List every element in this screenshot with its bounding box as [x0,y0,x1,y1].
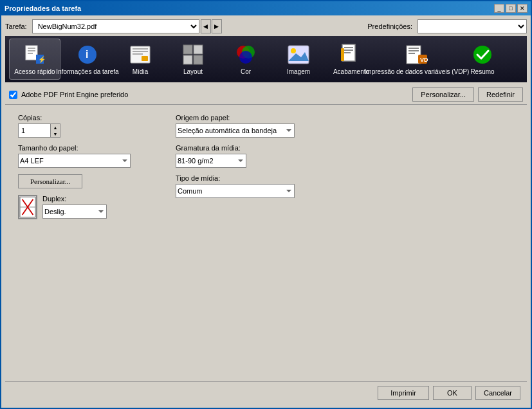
svg-rect-31 [408,53,415,54]
personalizar-papel-button[interactable]: Personalizar... [18,174,82,188]
origem-label: Origem do papel: [176,114,295,122]
bottom-bar: Imprimir OK Cancelar [5,381,527,404]
toolbar-item-resumo[interactable]: Resumo [457,39,508,80]
imagem-icon [287,43,310,66]
toolbar-item-imagem[interactable]: Imagem [273,39,324,80]
svg-text:i: i [86,49,88,60]
adobe-buttons: Personalizar... Redefinir [412,87,523,102]
vdp-icon: VDP [405,43,428,66]
svg-point-21 [291,48,296,53]
copias-label: Cópias: [18,114,131,122]
adobe-label: Adobe PDF Print Engine preferido [21,91,128,98]
toolbar-label-imagem: Imagem [287,68,310,75]
toolbar-label-informacoes: Informações da tarefa [56,68,118,75]
tipo-group: Tipo de mídia: Comum [176,174,295,198]
gramatura-select[interactable]: 81-90 g/m2 [176,154,246,168]
svg-rect-16 [194,55,203,64]
svg-rect-24 [344,47,353,48]
imprimir-button[interactable]: Imprimir [378,386,429,400]
task-label: Tarefa: [5,23,27,30]
toolbar-item-layout[interactable]: Layout [167,39,219,80]
svg-rect-1 [28,48,35,49]
svg-rect-27 [341,48,344,61]
informacoes-icon: i [76,43,99,66]
svg-point-19 [239,51,252,64]
toolbar-label-midia: Mídia [133,68,148,75]
svg-text:⚡: ⚡ [38,55,46,64]
cancelar-button[interactable]: Cancelar [475,386,520,400]
gramatura-group: Gramatura da mídia: 81-90 g/m2 [176,144,295,168]
tamanho-label: Tamanho do papel: [18,144,131,152]
redefinir-button[interactable]: Redefinir [478,87,523,102]
svg-rect-9 [133,48,148,50]
next-button[interactable]: ▶ [212,19,222,33]
ok-button[interactable]: OK [433,386,472,400]
svg-rect-12 [142,56,148,61]
svg-point-34 [473,46,491,64]
window-content: Tarefa: NewBigNum32.pdf ◀ ▶ Predefiniçõe… [1,15,531,408]
toolbar-label-resumo: Resumo [470,68,494,75]
close-button[interactable]: ✕ [517,4,527,13]
svg-rect-2 [28,50,35,51]
svg-rect-3 [28,53,33,54]
acesso-rapido-icon: ⚡ [23,43,46,66]
midia-icon [129,43,152,66]
prev-button[interactable]: ◀ [201,19,211,33]
svg-rect-29 [408,48,419,49]
duplex-label: Duplex: [42,195,107,203]
copias-input[interactable] [18,123,50,138]
window-title: Propriedades da tarefa [5,5,81,12]
duplex-select[interactable]: Deslig. [42,204,107,219]
gramatura-label: Gramatura da mídia: [176,144,295,152]
maximize-button[interactable]: □ [506,4,516,13]
nav-arrows: ◀ ▶ [201,19,222,33]
task-row: Tarefa: NewBigNum32.pdf ◀ ▶ Predefiniçõe… [5,19,527,33]
task-select[interactable]: NewBigNum32.pdf [32,19,199,33]
origem-group: Origem do papel: Seleção automática da b… [176,114,295,138]
toolbar-label-acesso-rapido: Acesso rápido [14,68,55,75]
predefinicoes-select[interactable] [417,19,527,33]
toolbar-item-vdp[interactable]: VDP Impressão de dados variáveis (VDP) [378,39,455,80]
toolbar-item-acesso-rapido[interactable]: ⚡ Acesso rápido [9,39,60,80]
spin-up-button[interactable]: ▲ [51,124,60,131]
svg-text:VDP: VDP [420,57,428,63]
tamanho-select[interactable]: A4 LEF [18,154,131,168]
svg-rect-14 [194,45,203,54]
svg-rect-10 [133,51,148,52]
resumo-icon [471,43,494,66]
svg-rect-15 [183,55,192,64]
form-section: Cópias: ▲ ▼ Tamanho do papel: A4 LE [18,114,514,219]
copias-group: Cópias: ▲ ▼ [18,114,131,138]
adobe-row: Adobe PDF Print Engine preferido Persona… [5,85,527,105]
svg-rect-25 [344,50,353,51]
main-form: Cópias: ▲ ▼ Tamanho do papel: A4 LE [5,107,527,379]
tipo-label: Tipo de mídia: [176,174,295,182]
duplex-group: Duplex: Deslig. [18,195,131,219]
adobe-checkbox[interactable] [9,91,17,99]
form-col-right: Origem do papel: Seleção automática da b… [176,114,295,219]
toolbar-item-informacoes[interactable]: i Informações da tarefa [62,39,113,80]
cor-icon [234,43,257,66]
title-bar: Propriedades da tarefa _ □ ✕ [1,1,531,15]
duplex-field-group: Duplex: Deslig. [42,195,107,219]
spin-down-button[interactable]: ▼ [51,131,60,137]
toolbar-label-layout: Layout [183,68,203,75]
layout-icon [181,43,205,66]
predefinicoes-label: Predefinições: [367,23,412,30]
svg-rect-13 [183,45,192,54]
tipo-select[interactable]: Comum [176,184,295,198]
svg-rect-26 [344,52,351,53]
tamanho-group: Tamanho do papel: A4 LEF [18,144,131,168]
toolbar-item-cor[interactable]: Cor [220,39,271,80]
duplex-icon [18,195,37,219]
toolbar-label-cor: Cor [241,68,251,75]
personalizar-button[interactable]: Personalizar... [412,87,474,102]
origem-select[interactable]: Seleção automática da bandeja [176,123,295,138]
acabamento-icon [340,43,363,66]
spinner-buttons: ▲ ▼ [50,123,60,138]
toolbar-item-midia[interactable]: Mídia [115,39,166,80]
svg-rect-30 [408,50,419,51]
toolbar: ⚡ Acesso rápido i Informações da tarefa [5,36,527,82]
main-window: Propriedades da tarefa _ □ ✕ Tarefa: New… [0,0,532,409]
minimize-button[interactable]: _ [494,4,504,13]
